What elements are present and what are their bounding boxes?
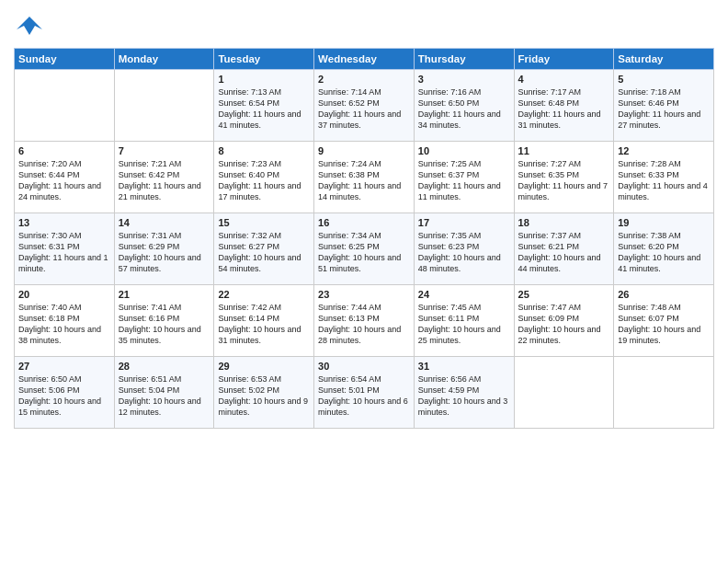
calendar-cell: 3Sunrise: 7:16 AM Sunset: 6:50 PM Daylig…	[414, 70, 514, 142]
calendar-cell: 12Sunrise: 7:28 AM Sunset: 6:33 PM Dayli…	[614, 142, 714, 213]
day-info: Sunrise: 7:14 AM Sunset: 6:52 PM Dayligh…	[318, 86, 410, 132]
calendar-cell: 23Sunrise: 7:44 AM Sunset: 6:13 PM Dayli…	[314, 285, 415, 357]
day-info: Sunrise: 7:41 AM Sunset: 6:16 PM Dayligh…	[119, 302, 210, 347]
day-info: Sunrise: 7:34 AM Sunset: 6:25 PM Dayligh…	[318, 230, 410, 275]
calendar-week-row: 6Sunrise: 7:20 AM Sunset: 6:44 PM Daylig…	[15, 142, 714, 213]
calendar-cell	[15, 70, 115, 142]
day-info: Sunrise: 7:42 AM Sunset: 6:14 PM Dayligh…	[218, 302, 310, 347]
day-info: Sunrise: 6:50 AM Sunset: 5:06 PM Dayligh…	[18, 373, 110, 419]
calendar-cell: 15Sunrise: 7:32 AM Sunset: 6:27 PM Dayli…	[214, 213, 314, 285]
day-info: Sunrise: 7:27 AM Sunset: 6:35 PM Dayligh…	[518, 158, 610, 203]
calendar-table: SundayMondayTuesdayWednesdayThursdayFrid…	[14, 48, 714, 429]
day-number: 22	[218, 289, 310, 300]
day-number: 26	[618, 289, 710, 300]
day-info: Sunrise: 7:47 AM Sunset: 6:09 PM Dayligh…	[518, 302, 610, 347]
day-number: 15	[218, 217, 310, 228]
calendar-cell: 13Sunrise: 7:30 AM Sunset: 6:31 PM Dayli…	[15, 213, 115, 285]
calendar-cell: 5Sunrise: 7:18 AM Sunset: 6:46 PM Daylig…	[614, 70, 714, 142]
svg-marker-0	[17, 17, 42, 35]
calendar-cell: 10Sunrise: 7:25 AM Sunset: 6:37 PM Dayli…	[414, 142, 514, 213]
day-number: 24	[418, 289, 510, 300]
calendar-cell: 9Sunrise: 7:24 AM Sunset: 6:38 PM Daylig…	[314, 142, 415, 213]
day-number: 17	[418, 217, 510, 228]
calendar-cell	[514, 357, 614, 429]
day-number: 29	[218, 361, 310, 372]
col-header-friday: Friday	[514, 49, 614, 70]
day-info: Sunrise: 7:37 AM Sunset: 6:21 PM Dayligh…	[518, 230, 610, 275]
day-info: Sunrise: 7:24 AM Sunset: 6:38 PM Dayligh…	[318, 158, 410, 203]
day-number: 10	[418, 145, 510, 156]
day-number: 8	[218, 145, 310, 156]
day-number: 7	[119, 145, 210, 156]
day-number: 31	[418, 361, 510, 372]
calendar-cell: 11Sunrise: 7:27 AM Sunset: 6:35 PM Dayli…	[514, 142, 614, 213]
day-info: Sunrise: 7:16 AM Sunset: 6:50 PM Dayligh…	[418, 86, 510, 132]
day-info: Sunrise: 7:45 AM Sunset: 6:11 PM Dayligh…	[418, 302, 510, 347]
col-header-tuesday: Tuesday	[214, 49, 314, 70]
calendar-cell: 20Sunrise: 7:40 AM Sunset: 6:18 PM Dayli…	[15, 285, 115, 357]
day-number: 1	[218, 74, 310, 85]
day-number: 13	[18, 217, 110, 228]
calendar-cell: 4Sunrise: 7:17 AM Sunset: 6:48 PM Daylig…	[514, 70, 614, 142]
calendar-week-row: 1Sunrise: 7:13 AM Sunset: 6:54 PM Daylig…	[15, 70, 714, 142]
day-info: Sunrise: 7:48 AM Sunset: 6:07 PM Dayligh…	[618, 302, 710, 347]
day-number: 11	[518, 145, 610, 156]
calendar-cell: 18Sunrise: 7:37 AM Sunset: 6:21 PM Dayli…	[514, 213, 614, 285]
calendar-cell: 14Sunrise: 7:31 AM Sunset: 6:29 PM Dayli…	[114, 213, 214, 285]
day-number: 14	[119, 217, 210, 228]
day-number: 4	[518, 74, 610, 85]
calendar-cell: 19Sunrise: 7:38 AM Sunset: 6:20 PM Dayli…	[614, 213, 714, 285]
calendar-cell: 1Sunrise: 7:13 AM Sunset: 6:54 PM Daylig…	[214, 70, 314, 142]
logo	[14, 13, 42, 40]
calendar-cell: 17Sunrise: 7:35 AM Sunset: 6:23 PM Dayli…	[414, 213, 514, 285]
day-info: Sunrise: 7:23 AM Sunset: 6:40 PM Dayligh…	[218, 158, 310, 203]
day-number: 25	[518, 289, 610, 300]
page: SundayMondayTuesdayWednesdayThursdayFrid…	[0, 0, 728, 563]
logo-bird-icon	[17, 13, 42, 39]
calendar-cell: 21Sunrise: 7:41 AM Sunset: 6:16 PM Dayli…	[114, 285, 214, 357]
day-number: 23	[318, 289, 410, 300]
calendar-cell: 25Sunrise: 7:47 AM Sunset: 6:09 PM Dayli…	[514, 285, 614, 357]
calendar-cell: 26Sunrise: 7:48 AM Sunset: 6:07 PM Dayli…	[614, 285, 714, 357]
day-info: Sunrise: 7:30 AM Sunset: 6:31 PM Dayligh…	[18, 230, 110, 275]
calendar-cell: 16Sunrise: 7:34 AM Sunset: 6:25 PM Dayli…	[314, 213, 415, 285]
calendar-week-row: 13Sunrise: 7:30 AM Sunset: 6:31 PM Dayli…	[15, 213, 714, 285]
col-header-sunday: Sunday	[15, 49, 115, 70]
day-number: 27	[18, 361, 110, 372]
col-header-thursday: Thursday	[414, 49, 514, 70]
day-number: 5	[618, 74, 710, 85]
calendar-cell: 31Sunrise: 6:56 AM Sunset: 4:59 PM Dayli…	[414, 357, 514, 429]
calendar-cell	[614, 357, 714, 429]
header	[14, 9, 714, 40]
day-info: Sunrise: 6:56 AM Sunset: 4:59 PM Dayligh…	[418, 373, 510, 419]
day-info: Sunrise: 7:38 AM Sunset: 6:20 PM Dayligh…	[618, 230, 710, 275]
col-header-monday: Monday	[114, 49, 214, 70]
calendar-cell: 30Sunrise: 6:54 AM Sunset: 5:01 PM Dayli…	[314, 357, 415, 429]
calendar-cell: 6Sunrise: 7:20 AM Sunset: 6:44 PM Daylig…	[15, 142, 115, 213]
calendar-week-row: 27Sunrise: 6:50 AM Sunset: 5:06 PM Dayli…	[15, 357, 714, 429]
calendar-cell: 27Sunrise: 6:50 AM Sunset: 5:06 PM Dayli…	[15, 357, 115, 429]
day-info: Sunrise: 7:13 AM Sunset: 6:54 PM Dayligh…	[218, 86, 310, 132]
day-info: Sunrise: 6:51 AM Sunset: 5:04 PM Dayligh…	[119, 373, 210, 419]
col-header-saturday: Saturday	[614, 49, 714, 70]
day-info: Sunrise: 7:40 AM Sunset: 6:18 PM Dayligh…	[18, 302, 110, 347]
day-info: Sunrise: 6:53 AM Sunset: 5:02 PM Dayligh…	[218, 373, 310, 419]
day-number: 18	[518, 217, 610, 228]
day-info: Sunrise: 7:20 AM Sunset: 6:44 PM Dayligh…	[18, 158, 110, 203]
day-number: 12	[618, 145, 710, 156]
day-info: Sunrise: 7:35 AM Sunset: 6:23 PM Dayligh…	[418, 230, 510, 275]
day-number: 19	[618, 217, 710, 228]
day-info: Sunrise: 7:28 AM Sunset: 6:33 PM Dayligh…	[618, 158, 710, 203]
day-info: Sunrise: 7:21 AM Sunset: 6:42 PM Dayligh…	[119, 158, 210, 203]
day-info: Sunrise: 6:54 AM Sunset: 5:01 PM Dayligh…	[318, 373, 410, 419]
day-number: 2	[318, 74, 410, 85]
day-info: Sunrise: 7:25 AM Sunset: 6:37 PM Dayligh…	[418, 158, 510, 203]
day-number: 3	[418, 74, 510, 85]
calendar-cell: 28Sunrise: 6:51 AM Sunset: 5:04 PM Dayli…	[114, 357, 214, 429]
day-info: Sunrise: 7:44 AM Sunset: 6:13 PM Dayligh…	[318, 302, 410, 347]
day-number: 16	[318, 217, 410, 228]
day-number: 6	[18, 145, 110, 156]
day-info: Sunrise: 7:32 AM Sunset: 6:27 PM Dayligh…	[218, 230, 310, 275]
day-number: 30	[318, 361, 410, 372]
calendar-cell: 24Sunrise: 7:45 AM Sunset: 6:11 PM Dayli…	[414, 285, 514, 357]
